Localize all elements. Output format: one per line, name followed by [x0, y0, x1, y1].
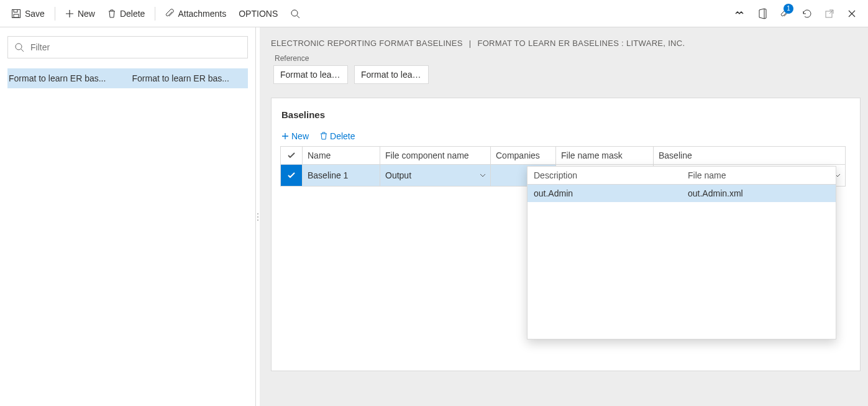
content-area: ELECTRONIC REPORTING FORMAT BASELINES | …	[260, 27, 868, 406]
paperclip-icon	[165, 9, 174, 19]
attachments-button[interactable]: Attachments	[159, 0, 232, 27]
search-icon	[290, 9, 300, 19]
reference-field-2[interactable]: Format to lear...	[354, 65, 429, 84]
lookup-desc: out.Admin	[528, 185, 682, 202]
delete-button[interactable]: Delete	[101, 0, 151, 27]
badge: 1	[783, 4, 793, 14]
baselines-new-button[interactable]: New	[281, 131, 309, 141]
options-button[interactable]: OPTIONS	[232, 0, 284, 27]
search-icon	[14, 42, 24, 52]
search-button[interactable]	[284, 0, 306, 27]
plus-icon	[281, 132, 289, 140]
row-checkbox[interactable]	[281, 165, 303, 186]
separator	[155, 7, 155, 21]
baseline-lookup-popup: Description File name out.Admin out.Admi…	[527, 166, 836, 339]
save-button[interactable]: Save	[5, 0, 51, 27]
lookup-col-description[interactable]: Description	[528, 167, 682, 185]
separator	[55, 7, 55, 21]
popout-icon	[825, 9, 834, 19]
col-component[interactable]: File component name	[380, 147, 491, 165]
attachments-label: Attachments	[178, 9, 226, 19]
baselines-title: Baselines	[280, 106, 851, 131]
col-mask[interactable]: File name mask	[556, 147, 654, 165]
col-companies[interactable]: Companies	[491, 147, 556, 165]
office-icon[interactable]	[751, 0, 774, 27]
grid-header: Name File component name Companies File …	[281, 147, 845, 165]
connector-icon[interactable]	[729, 0, 751, 27]
reference-label: Reference	[271, 54, 861, 63]
check-icon	[287, 171, 296, 180]
filter-box[interactable]	[7, 36, 248, 58]
delete-label: Delete	[120, 9, 145, 19]
breadcrumb-leaf: FORMAT TO LEARN ER BASELINES : LITWARE, …	[477, 39, 685, 48]
baselines-delete-button[interactable]: Delete	[320, 131, 355, 141]
top-toolbar: Save New Delete Attachments OPTIONS 1	[0, 0, 868, 27]
breadcrumb-root[interactable]: ELECTRONIC REPORTING FORMAT BASELINES	[271, 39, 463, 48]
sidebar-item-col1: Format to learn ER bas...	[9, 73, 124, 83]
new-button[interactable]: New	[59, 0, 101, 27]
svg-rect-2	[14, 14, 19, 17]
col-baseline[interactable]: Baseline	[654, 147, 845, 165]
sidebar: Format to learn ER bas... Format to lear…	[0, 27, 256, 406]
sidebar-item[interactable]: Format to learn ER bas... Format to lear…	[7, 68, 248, 88]
options-label: OPTIONS	[239, 9, 278, 19]
close-button[interactable]	[841, 0, 863, 27]
cell-component[interactable]: Output	[380, 165, 491, 186]
save-icon	[11, 9, 21, 19]
col-name[interactable]: Name	[303, 147, 380, 165]
svg-point-3	[291, 10, 298, 16]
breadcrumb-separator: |	[469, 39, 472, 48]
refresh-icon	[802, 8, 813, 19]
attachments-indicator[interactable]: 1	[774, 0, 796, 27]
trash-icon	[107, 9, 116, 19]
lookup-col-filename[interactable]: File name	[682, 167, 836, 185]
breadcrumb: ELECTRONIC REPORTING FORMAT BASELINES | …	[260, 27, 861, 54]
svg-rect-0	[12, 9, 21, 17]
plus-icon	[65, 9, 74, 18]
save-label: Save	[25, 9, 45, 19]
svg-point-5	[16, 44, 22, 50]
close-icon	[847, 9, 856, 18]
popout-button[interactable]	[818, 0, 841, 27]
reference-field-1[interactable]: Format to lear...	[273, 65, 348, 84]
chevron-down-icon[interactable]	[479, 172, 487, 179]
check-icon	[287, 151, 296, 160]
baselines-card: Baselines New Delete Name File compo	[271, 98, 861, 371]
trash-icon	[320, 132, 327, 141]
refresh-button[interactable]	[796, 0, 818, 27]
svg-rect-1	[14, 9, 17, 12]
cell-name[interactable]: Baseline 1	[303, 165, 380, 186]
select-all-checkbox[interactable]	[281, 147, 303, 165]
sidebar-item-col2: Format to learn ER bas...	[132, 73, 247, 83]
new-label: New	[78, 9, 95, 19]
lookup-row[interactable]: out.Admin out.Admin.xml	[528, 185, 836, 202]
lookup-file: out.Admin.xml	[682, 185, 836, 202]
filter-input[interactable]	[29, 42, 241, 53]
